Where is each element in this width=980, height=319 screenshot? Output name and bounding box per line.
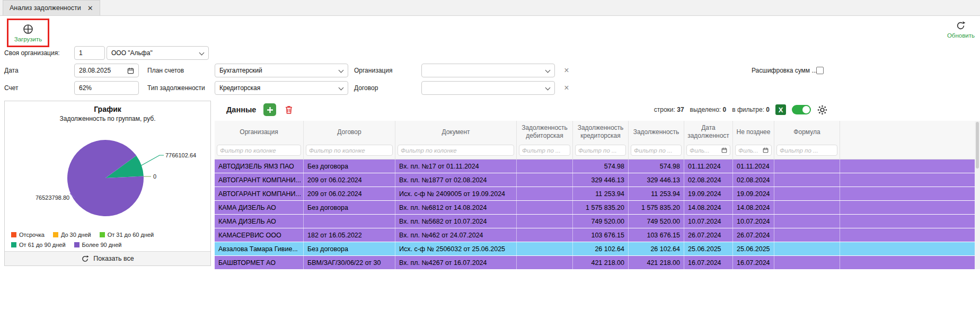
pie-chart: 7766102.64 0 76523798.80 — [5, 123, 210, 229]
contract-clear-button[interactable]: × — [561, 81, 572, 95]
column-filter-input[interactable]: Фильтр по ... — [519, 145, 570, 156]
sum-breakdown-checkbox[interactable] — [816, 67, 824, 74]
refresh-icon — [81, 255, 89, 263]
column-filter-input[interactable]: Фильтр по колонке — [398, 145, 514, 156]
column-filter-input[interactable]: Фильтр по колонке — [306, 145, 393, 156]
table-row[interactable]: АВТОГАРАНТ КОМПАНИ...209 от 06.02.2024Вх… — [215, 173, 980, 187]
column-filter-input[interactable]: Филь... — [735, 145, 772, 156]
table-cell — [517, 256, 573, 269]
trash-icon — [284, 104, 294, 115]
table-row[interactable]: КАМА ДИЗЕЛЬ АОВх. пл. №5682 от 10.07.202… — [215, 215, 980, 228]
table-cell: 103 676.15 — [573, 228, 629, 242]
tab-title: Анализ задолженности — [10, 4, 81, 12]
column-filter-input[interactable]: Фильтр по колонке — [217, 145, 301, 156]
color-toggle[interactable] — [792, 105, 811, 114]
table-row[interactable]: КАМАСЕРВИС ООО182 от 16.05.2022Вх. пл. №… — [215, 228, 980, 242]
table-row[interactable]: АВТОГАРАНТ КОМПАНИ...209 от 06.02.2024Ис… — [215, 187, 980, 201]
organization-clear-button[interactable]: × — [561, 64, 572, 77]
column-header[interactable]: Формула — [774, 121, 840, 143]
own-org-code-input[interactable] — [74, 46, 105, 60]
filter-cell: Фильтр по колонке — [395, 143, 517, 159]
legend-swatch — [11, 232, 16, 237]
table-row[interactable]: БАШВТОРМЕТ АОБВМ/ЗАГ/30/06/22 от 30Вх. п… — [215, 256, 980, 269]
show-all-label: Показать все — [93, 255, 134, 262]
table-cell — [517, 201, 573, 214]
column-header[interactable]: Задолженность — [629, 121, 684, 143]
column-filter-input[interactable]: Фильтр по ... — [575, 145, 626, 156]
load-label: Загрузить — [14, 36, 42, 42]
table-cell: 19.09.2024 — [733, 187, 774, 200]
chart-of-accounts-select[interactable]: Бухгалтерский — [215, 64, 348, 77]
callout-line-green — [142, 155, 164, 165]
column-filter-input[interactable]: Фильтр по ... — [776, 145, 837, 156]
filter-area: Своя организация: ООО "Альфа" Дата 28.08… — [0, 46, 980, 99]
toolbar: Загрузить Обновить — [0, 16, 980, 46]
vertical-scrollbar[interactable] — [975, 121, 980, 269]
table-row[interactable]: АВТОДИЗЕЛЬ ЯМЗ ПАОБез договораВх. пл. №1… — [215, 160, 980, 173]
legend-swatch — [11, 242, 16, 247]
tab-close-icon[interactable]: ✕ — [87, 4, 93, 12]
settings-button[interactable] — [817, 104, 828, 116]
column-filter-input[interactable]: Филь... — [686, 145, 730, 156]
data-panel: Данные строки: 37 выделено: 0 в фильтре:… — [215, 99, 980, 319]
table-cell — [517, 160, 573, 173]
filter-cell: Фильтр по колонке — [215, 143, 304, 159]
refresh-label: Обновить — [947, 32, 975, 39]
column-header[interactable]: Не позднее — [733, 121, 774, 143]
table-cell: Без договора — [304, 160, 395, 173]
table-cell: 25.06.2025 — [684, 242, 733, 255]
table-row[interactable]: КАМА ДИЗЕЛЬ АОБез договораВх. пл. №6812 … — [215, 201, 980, 215]
column-header[interactable]: Договор — [304, 121, 395, 143]
table-row[interactable]: Авзалова Тамара Гивие...Без договораИсх.… — [215, 242, 980, 256]
contract-select[interactable] — [421, 81, 555, 95]
load-button[interactable]: Загрузить — [14, 24, 42, 42]
date-input[interactable]: 28.08.2025 — [74, 64, 139, 77]
debt-type-select[interactable]: Кредиторская — [215, 81, 348, 95]
table-cell — [517, 187, 573, 200]
chevron-down-icon — [339, 68, 344, 73]
add-row-button[interactable] — [263, 103, 276, 116]
legend-label: Более 90 дней — [82, 242, 122, 248]
filter-placeholder: Фильтр по колонке — [401, 147, 457, 154]
column-header[interactable]: Документ — [395, 121, 517, 143]
chart-of-accounts-value: Бухгалтерский — [219, 67, 262, 74]
rows-count: строки: 37 — [654, 106, 684, 113]
table-cell — [774, 256, 840, 269]
delete-row-button[interactable] — [284, 104, 294, 115]
account-input[interactable] — [74, 81, 139, 95]
legend-item: Более 90 дней — [74, 242, 122, 248]
table-cell — [517, 173, 573, 187]
column-filter-input[interactable]: Фильтр по ... — [631, 145, 682, 156]
table-header-row: ОрганизацияДоговорДокументЗадолженность … — [215, 121, 980, 143]
table-cell: 14.08.2024 — [684, 201, 733, 214]
table-cell: АВТОГАРАНТ КОМПАНИ... — [215, 187, 304, 200]
excel-export-icon[interactable]: X — [775, 104, 786, 115]
column-header[interactable]: Организация — [215, 121, 304, 143]
legend-label: От 31 до 60 дней — [108, 232, 154, 238]
filter-cell: Фильтр по колонке — [304, 143, 395, 159]
legend-item: Отсрочка — [11, 232, 45, 238]
column-header[interactable]: Задолженность дебиторская — [517, 121, 573, 143]
scrollbar-thumb[interactable] — [976, 122, 979, 169]
pie-slice — [67, 140, 144, 216]
table-cell: Вх. пл. №462 от 24.07.2024 — [395, 228, 517, 242]
filler-cell — [840, 143, 980, 159]
filter-cell: Фильтр по ... — [517, 143, 573, 159]
refresh-button[interactable]: Обновить — [947, 21, 975, 39]
organization-select[interactable] — [421, 64, 555, 77]
column-header[interactable]: Дата задолженност — [684, 121, 733, 143]
table-cell — [517, 215, 573, 228]
show-all-button[interactable]: Показать все — [5, 251, 210, 265]
legend-label: Отсрочка — [19, 232, 45, 238]
table-cell — [840, 228, 980, 242]
chevron-down-icon — [339, 85, 344, 91]
table-cell: 10.07.2024 — [684, 215, 733, 228]
own-org-select[interactable]: ООО "Альфа" — [107, 46, 209, 60]
table-cell: АВТОДИЗЕЛЬ ЯМЗ ПАО — [215, 160, 304, 173]
refresh-icon — [956, 21, 966, 31]
table-cell: Исх. с-ф № 2409005 от 19.09.2024 — [395, 187, 517, 200]
filter-placeholder: Фильтр по колонке — [309, 147, 365, 154]
column-header[interactable]: Задолженность кредиторская — [573, 121, 629, 143]
chevron-down-icon — [545, 68, 551, 73]
tab-debt-analysis[interactable]: Анализ задолженности ✕ — [3, 0, 100, 15]
